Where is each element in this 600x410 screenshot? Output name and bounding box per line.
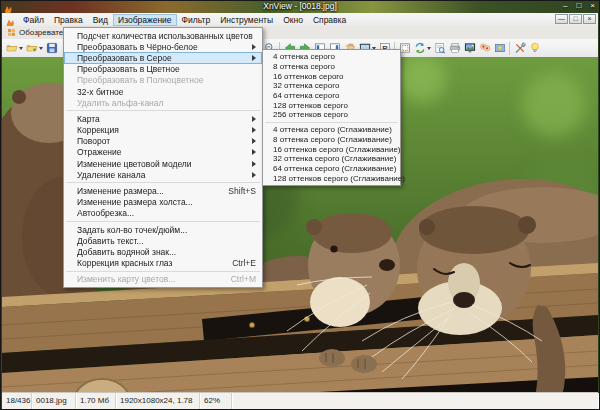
menu-item-convert-grey[interactable]: Преобразовать в Серое: [64, 52, 262, 63]
menu-item-resize[interactable]: Изменение размера...Shift+S: [64, 185, 262, 196]
menu-item-set-dpi[interactable]: Задать кол-во точек/дюйм...: [64, 224, 262, 235]
menu-item-label: Добавить водяной знак...: [77, 247, 176, 257]
submenu-item-grey-256[interactable]: 256 оттенков серого: [263, 110, 400, 120]
mdi-restore-button[interactable]: □: [569, 14, 582, 24]
mdi-close-button[interactable]: ×: [583, 14, 596, 24]
submenu-item-grey-16[interactable]: 16 оттенков серого: [263, 71, 400, 81]
slideshow-icon: [464, 42, 476, 54]
settings-button[interactable]: [512, 40, 527, 56]
menu-item-label: Преобразовать в Чёрно-белое: [77, 42, 198, 52]
maximize-window-button[interactable]: □: [576, 0, 581, 12]
menu-item-label: Поворот: [77, 136, 110, 146]
submenu-arrow-icon: [252, 55, 256, 61]
browse-button[interactable]: [24, 40, 44, 56]
menu-item-adjust[interactable]: Коррекция: [64, 125, 262, 136]
menu-item-label: 16 оттенков серого (Сглаживание): [273, 145, 401, 154]
tip-button[interactable]: [527, 40, 542, 56]
convert-icon: [414, 42, 426, 54]
menu-item-edit-colormap[interactable]: Изменить карту цветов...Ctrl+M: [64, 274, 262, 285]
menu-item-label: Подсчет количества использованных цветов: [77, 31, 253, 41]
menubar-item-tools[interactable]: Инструменты: [215, 14, 278, 26]
menu-item-count-colors[interactable]: Подсчет количества использованных цветов: [64, 30, 262, 41]
menu-item-label: Изменение цветовой модели: [77, 159, 192, 169]
menu-item-canvas-resize[interactable]: Изменение размера холста...: [64, 197, 262, 208]
menu-item-red-eye-fix[interactable]: Коррекция красных глазCtrl+E: [64, 258, 262, 269]
menu-item-label: Преобразовать в Полноцветное: [77, 75, 203, 85]
red-eye-button[interactable]: [477, 40, 492, 56]
menu-item-label: Карта: [77, 114, 100, 124]
menu-item-add-text[interactable]: Добавить текст...: [64, 235, 262, 246]
submenu-item-grey-16-dither[interactable]: 16 оттенков серого (Сглаживание): [263, 144, 400, 154]
print-button[interactable]: [447, 40, 462, 56]
capture-button[interactable]: [492, 40, 507, 56]
menubar-item-edit[interactable]: Правка: [49, 14, 88, 26]
submenu-item-grey-4[interactable]: 4 оттенка серого: [263, 52, 400, 62]
menu-item-label: 32-х битное: [77, 87, 124, 97]
menubar-item-file[interactable]: Файл: [18, 14, 49, 26]
menubar-item-image[interactable]: Изображение: [113, 14, 177, 26]
open-button[interactable]: [4, 40, 24, 56]
menu-item-label: 128 оттенков серого (Сглаживание): [273, 174, 405, 183]
submenu-item-grey-8-dither[interactable]: 8 оттенка серого (Сглаживание): [263, 135, 400, 145]
folder-open-icon: [6, 42, 18, 54]
menu-item-convert-colour[interactable]: Преобразовать в Цветное: [64, 64, 262, 75]
status-spacer: [232, 393, 598, 409]
status-zoom-level: 62%: [200, 393, 232, 409]
menubar-item-filter[interactable]: Фильтр: [177, 14, 216, 26]
menu-item-label: Коррекция красных глаз: [77, 258, 172, 268]
status-dimensions: 1920x1080x24, 1.78: [116, 393, 200, 409]
menu-item-label: 128 оттенков серого: [273, 101, 348, 110]
menu-item-label: 32 оттенка серого: [273, 81, 339, 90]
menu-item-remove-channel[interactable]: Удаление канала: [64, 169, 262, 180]
menu-item-convert-truecolour[interactable]: Преобразовать в Полноцветное: [64, 75, 262, 86]
menu-item-autocrop[interactable]: Автообрезка...: [64, 208, 262, 219]
menubar-item-view[interactable]: Вид: [88, 14, 113, 26]
submenu-item-grey-4-dither[interactable]: 4 оттенка серого (Сглаживание): [263, 125, 400, 135]
menu-item-label: 8 оттенка серого (Сглаживание): [273, 135, 392, 144]
submenu-item-grey-32-dither[interactable]: 32 оттенка серого (Сглаживание): [263, 154, 400, 164]
submenu-item-grey-64[interactable]: 64 оттенка серого: [263, 91, 400, 101]
status-filename: 0018.jpg: [32, 393, 76, 409]
menu-item-label: 32 оттенка серого (Сглаживание): [273, 154, 396, 163]
save-icon: [46, 42, 58, 54]
submenu-arrow-icon: [252, 161, 256, 167]
submenu-arrow-icon: [252, 149, 256, 155]
submenu-item-grey-64-dither[interactable]: 64 оттенка серого (Сглаживание): [263, 164, 400, 174]
menu-item-label: Коррекция: [77, 125, 119, 135]
mdi-minimize-button[interactable]: —: [555, 14, 568, 24]
submenu-item-grey-8[interactable]: 8 оттенка серого: [263, 62, 400, 72]
menu-item-remove-alpha[interactable]: Удалить альфа-канал: [64, 97, 262, 108]
printer-icon: [449, 42, 461, 54]
minimize-window-button[interactable]: –: [563, 0, 567, 12]
menu-item-rotate[interactable]: Поворот: [64, 136, 262, 147]
menu-item-label: 8 оттенка серого: [273, 62, 335, 71]
preview-icon: [434, 42, 446, 54]
menu-item-32bit[interactable]: 32-х битное: [64, 86, 262, 97]
preview-button[interactable]: [432, 40, 447, 56]
menu-item-label: Автообрезка...: [77, 208, 134, 218]
menu-item-mirror[interactable]: Отражение: [64, 147, 262, 158]
submenu-item-grey-128-dither[interactable]: 128 оттенков серого (Сглаживание): [263, 173, 400, 183]
toolbar-group-file: [4, 40, 59, 56]
submenu-item-grey-128[interactable]: 128 оттенков серого: [263, 100, 400, 110]
menu-item-map[interactable]: Карта: [64, 113, 262, 124]
menu-item-color-model[interactable]: Изменение цветовой модели: [64, 158, 262, 169]
convert-button[interactable]: [412, 40, 432, 56]
menu-item-watermark[interactable]: Добавить водяной знак...: [64, 246, 262, 257]
close-window-button[interactable]: ×: [590, 0, 595, 12]
submenu-item-grey-32[interactable]: 32 оттенка серого: [263, 81, 400, 91]
submenu-arrow-icon: [252, 116, 256, 122]
slideshow-button[interactable]: [462, 40, 477, 56]
menu-item-label: 4 оттенка серого: [273, 52, 335, 61]
status-file-index: 18/436: [2, 393, 32, 409]
menu-separator: [66, 110, 260, 111]
browser-grid-icon: [7, 28, 16, 37]
menubar-item-help[interactable]: Справка: [308, 14, 351, 26]
save-button[interactable]: [44, 40, 59, 56]
menubar-item-window[interactable]: Окно: [278, 14, 308, 26]
folder-browse-icon: [26, 42, 38, 54]
red-eye-icon: [479, 42, 491, 54]
menu-item-label: Преобразовать в Цветное: [77, 64, 180, 74]
menu-item-convert-binary[interactable]: Преобразовать в Чёрно-белое: [64, 41, 262, 52]
menu-item-label: Задать кол-во точек/дюйм...: [77, 225, 187, 235]
